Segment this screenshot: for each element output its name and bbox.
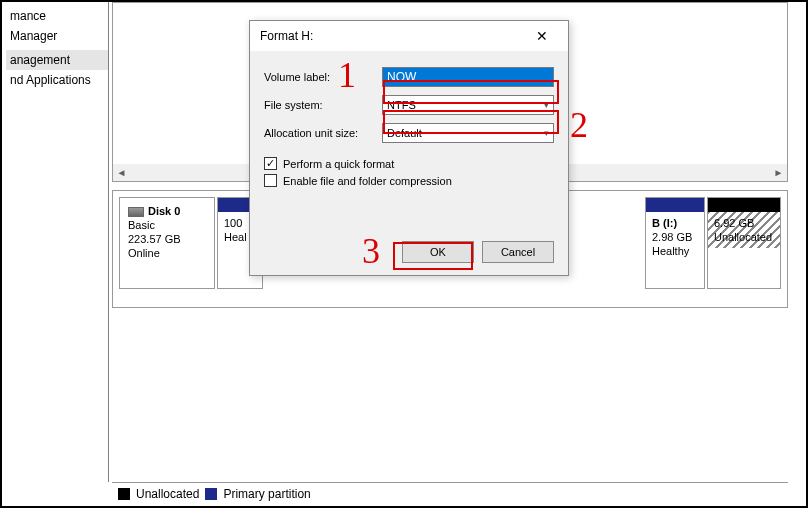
format-dialog: Format H: ✕ Volume label: File system: N… [249,20,569,276]
dialog-buttons: OK Cancel [250,233,568,275]
chevron-down-icon: ▾ [544,100,549,110]
compression-label: Enable file and folder compression [283,175,452,187]
disk-size: 223.57 GB [128,232,206,246]
partition-stripe [708,198,780,212]
close-button[interactable]: ✕ [522,22,562,50]
disk-icon [128,207,144,217]
cancel-button[interactable]: Cancel [482,241,554,263]
checkbox-icon-checked: ✓ [264,157,277,170]
left-item[interactable]: nd Applications [6,70,108,90]
legend-label: Primary partition [223,487,310,501]
scroll-right-icon[interactable]: ► [770,164,787,181]
compression-checkbox[interactable]: Enable file and folder compression [264,174,554,187]
legend-swatch-unallocated [118,488,130,500]
close-icon: ✕ [536,28,548,44]
partition-status: Unallocated [714,230,774,244]
file-system-value: NTFS [387,99,416,111]
dialog-titlebar[interactable]: Format H: ✕ [250,21,568,51]
legend-label: Unallocated [136,487,199,501]
alloc-size-label: Allocation unit size: [264,127,382,139]
disk-name: Disk 0 [148,205,180,217]
partition[interactable]: B (I:) 2.98 GB Healthy [645,197,705,289]
partition-size: 6.92 GB [714,216,774,230]
partition-name: B (I:) [652,217,677,229]
checkbox-icon [264,174,277,187]
legend-swatch-primary [205,488,217,500]
file-system-select[interactable]: NTFS ▾ [382,95,554,115]
partition-unallocated[interactable]: 6.92 GB Unallocated [707,197,781,289]
alloc-size-value: Default [387,127,422,139]
alloc-size-select[interactable]: Default ▾ [382,123,554,143]
dialog-form: Volume label: File system: NTFS ▾ Alloca… [250,51,568,233]
left-navigation-panel: mance Manager anagement nd Applications [2,2,109,482]
quick-format-checkbox[interactable]: ✓ Perform a quick format [264,157,554,170]
left-item[interactable]: mance [6,6,108,26]
left-item[interactable]: Manager [6,26,108,46]
dialog-title: Format H: [260,29,522,43]
ok-button[interactable]: OK [402,241,474,263]
partition-status: Healthy [652,244,698,258]
disk-header[interactable]: Disk 0 Basic 223.57 GB Online [119,197,215,289]
volume-label-label: Volume label: [264,71,382,83]
disk-type: Basic [128,218,206,232]
chevron-down-icon: ▾ [544,128,549,138]
partition-size: 2.98 GB [652,230,698,244]
legend: Unallocated Primary partition [112,482,788,504]
volume-label-input[interactable] [382,67,554,87]
partition-stripe [646,198,704,212]
left-item[interactable]: anagement [6,50,108,70]
disk-status: Online [128,246,206,260]
scroll-left-icon[interactable]: ◄ [113,164,130,181]
file-system-label: File system: [264,99,382,111]
quick-format-label: Perform a quick format [283,158,394,170]
